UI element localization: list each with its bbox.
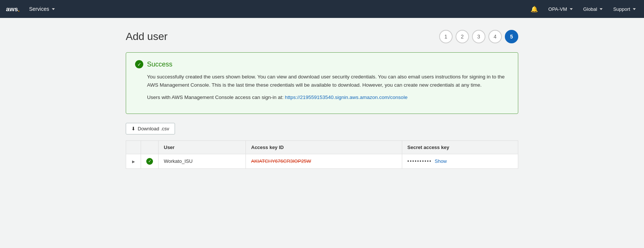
success-title: Success	[147, 61, 172, 68]
download-btn-label: Download .csv	[138, 126, 169, 131]
support-label: Support	[613, 6, 630, 12]
row-username-cell: Workato_ISU	[159, 154, 246, 168]
download-csv-button[interactable]: ⬇ Download .csv	[126, 123, 175, 134]
page-header: Add user 1 2 3 4 5	[126, 30, 518, 43]
services-label: Services	[29, 6, 49, 12]
row-secret-key-cell: •••••••••• Show	[402, 154, 518, 168]
expand-row-icon[interactable]: ▶	[132, 159, 135, 164]
table-header: User Access key ID Secret access key	[126, 140, 518, 154]
col-status	[141, 140, 159, 154]
step-4: 4	[488, 30, 502, 43]
success-text-signin: Users with AWS Management Console access…	[147, 93, 509, 102]
support-chevron-icon	[633, 8, 636, 10]
success-check-icon: ✓	[135, 60, 143, 68]
row-success-icon: ✓	[146, 158, 153, 165]
page-title: Add user	[126, 31, 168, 43]
show-secret-key-link[interactable]: Show	[435, 158, 447, 164]
row-username: Workato_ISU	[164, 158, 193, 164]
notifications-button[interactable]: 🔔	[528, 4, 540, 14]
user-menu[interactable]: OPA-VM	[546, 5, 575, 13]
row-secret-key-dots: ••••••••••	[407, 158, 432, 164]
region-chevron-icon	[600, 8, 603, 10]
success-header: ✓ Success	[135, 60, 509, 68]
svg-text:aws: aws	[6, 6, 18, 13]
row-access-key-cell: AKIATCHY676CR3IOP25W	[246, 154, 402, 168]
signin-url-link[interactable]: https://219559153540.signin.aws.amazon.c…	[285, 94, 407, 100]
step-3: 3	[472, 30, 485, 43]
success-banner: ✓ Success You successfully created the u…	[126, 52, 518, 114]
user-chevron-icon	[570, 8, 573, 10]
step-1: 1	[439, 30, 453, 43]
download-icon: ⬇	[131, 126, 135, 131]
steps-indicator: 1 2 3 4 5	[439, 30, 518, 43]
step-5: 5	[505, 30, 518, 43]
success-text-main: You successfully created the users shown…	[147, 73, 509, 89]
success-body: You successfully created the users shown…	[147, 73, 509, 102]
users-table: User Access key ID Secret access key ▶ ✓…	[126, 140, 518, 169]
navbar: aws Services 🔔 OPA-VM Global Support	[0, 0, 644, 18]
aws-logo: aws	[6, 4, 20, 13]
col-user: User	[159, 140, 246, 154]
region-menu[interactable]: Global	[581, 5, 605, 13]
row-status-cell: ✓	[141, 154, 159, 168]
support-menu[interactable]: Support	[611, 5, 638, 13]
success-signin-prefix: Users with AWS Management Console access…	[147, 94, 285, 100]
services-chevron-icon	[52, 8, 55, 10]
step-2: 2	[456, 30, 469, 43]
table-row: ▶ ✓ Workato_ISU AKIATCHY676CR3IOP25W •••…	[126, 154, 518, 168]
col-access-key-id: Access key ID	[246, 140, 402, 154]
col-secret-access-key: Secret access key	[402, 140, 518, 154]
table-body: ▶ ✓ Workato_ISU AKIATCHY676CR3IOP25W •••…	[126, 154, 518, 168]
col-expand	[126, 140, 141, 154]
user-label: OPA-VM	[548, 6, 567, 12]
navbar-right: 🔔 OPA-VM Global Support	[528, 4, 638, 14]
row-expand-cell[interactable]: ▶	[126, 154, 141, 168]
services-menu[interactable]: Services	[26, 4, 58, 13]
bell-icon: 🔔	[531, 6, 538, 13]
row-access-key-id: AKIATCHY676CR3IOP25W	[251, 158, 311, 164]
main-content: Add user 1 2 3 4 5 ✓ Success You success…	[117, 18, 527, 181]
region-label: Global	[583, 6, 597, 12]
